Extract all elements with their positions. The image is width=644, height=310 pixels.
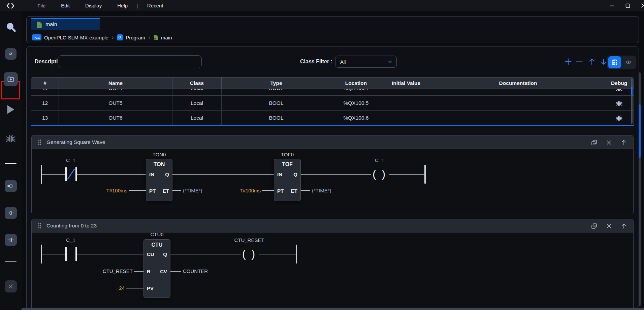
pin-pt[interactable]: PT (277, 188, 284, 194)
ton-block[interactable]: TON INQ PTET (146, 159, 172, 201)
close-rung-icon[interactable] (605, 138, 613, 147)
col-num[interactable]: # (31, 78, 59, 89)
function-block-tool-icon[interactable] (5, 180, 17, 192)
pin-cu[interactable]: CU (147, 251, 154, 258)
cell-initial (381, 89, 431, 96)
scrollbar-thumb[interactable] (639, 104, 641, 158)
menu-help[interactable]: Help (109, 3, 135, 8)
breadcrumb-project[interactable]: OpenPLC-SLM-MX-example (44, 35, 108, 40)
ctu-block[interactable]: CTU CUQ RCV PV (143, 239, 170, 298)
run-icon[interactable] (7, 105, 14, 114)
cell-num: 12 (31, 96, 59, 111)
wire (262, 190, 274, 191)
table-row[interactable]: 11 OUT4 Local BOOL %QX100.4 (31, 89, 634, 96)
pin-r[interactable]: R (147, 268, 151, 275)
pin-in[interactable]: IN (277, 171, 282, 178)
pv-literal[interactable]: 24 (104, 285, 125, 291)
rung-header[interactable]: Counting from 0 to 23 (32, 219, 633, 232)
cv-output-variable[interactable]: COUNTER (183, 268, 223, 275)
ld-file-icon: LD (36, 21, 42, 28)
coil[interactable]: ( ) (371, 166, 388, 181)
description-input[interactable] (58, 55, 202, 68)
search-icon[interactable] (5, 22, 16, 32)
col-location[interactable]: Location (331, 78, 381, 89)
download-program-icon[interactable] (4, 72, 18, 86)
pin-pt[interactable]: PT (149, 188, 156, 194)
debug-bug-icon[interactable] (605, 89, 633, 96)
breadcrumb-program[interactable]: Program (126, 35, 145, 40)
contact-bar[interactable] (65, 247, 67, 261)
cell-name: OUT6 (59, 111, 172, 125)
menu-recent[interactable]: Recent (139, 3, 171, 8)
remove-variable-icon[interactable] (575, 57, 584, 66)
maximize-icon[interactable] (624, 2, 631, 9)
duplicate-rung-icon[interactable] (590, 222, 598, 230)
pin-q[interactable]: Q (293, 171, 297, 178)
debug-bug-icon[interactable] (605, 96, 633, 111)
move-rung-up-icon[interactable] (620, 138, 628, 147)
move-rung-up-icon[interactable] (620, 222, 628, 230)
close-rung-icon[interactable] (605, 222, 613, 230)
class-filter-select[interactable]: All (335, 56, 397, 68)
bottom-scrollbar[interactable] (22, 308, 644, 310)
pt-literal[interactable]: T#100ms (77, 187, 127, 194)
debug-icon[interactable] (5, 132, 17, 144)
menu-display[interactable]: Display (77, 3, 109, 8)
rung-title: Counting from 0 to 23 (46, 223, 97, 229)
rung-header[interactable]: Generating Square Wave (32, 135, 633, 149)
wire (129, 190, 146, 191)
ladder-canvas[interactable]: C_1 CTU0 CTU CUQ RCV PV CTU_RESET 24 COU… (32, 232, 633, 308)
table-view-button[interactable] (608, 56, 621, 68)
col-class[interactable]: Class (172, 78, 222, 89)
pin-q[interactable]: Q (165, 171, 169, 178)
tof-block[interactable]: TOF INQ PTET (274, 159, 301, 201)
table-body-viewport[interactable]: 11 OUT4 Local BOOL %QX100.4 12 OUT5 Loca… (31, 89, 634, 125)
et-comment[interactable]: (*TIME*) (312, 187, 346, 194)
pin-q[interactable]: Q (163, 251, 167, 258)
col-type[interactable]: Type (222, 78, 331, 89)
contact-negation-slash (67, 168, 75, 180)
table-vertical-scrollbar[interactable] (631, 79, 633, 124)
duplicate-rung-icon[interactable] (590, 138, 598, 147)
drag-handle-icon[interactable] (38, 223, 42, 229)
table-row[interactable]: 12 OUT5 Local BOOL %QX100.5 (31, 96, 634, 111)
move-up-icon[interactable] (587, 57, 596, 66)
left-toolbar (0, 11, 22, 310)
rung-counter[interactable]: Counting from 0 to 23 C_1 (31, 219, 634, 308)
drag-handle-icon[interactable] (38, 139, 42, 145)
code-view-button[interactable] (623, 57, 634, 67)
minimize-icon[interactable] (609, 2, 616, 9)
col-name[interactable]: Name (59, 78, 172, 89)
scrollbar-thumb[interactable] (631, 87, 633, 95)
col-initial-value[interactable]: Initial Value (381, 78, 431, 89)
contact-tool-icon[interactable] (5, 234, 17, 246)
table-horizontal-scrollbar[interactable] (31, 125, 634, 126)
add-variable-icon[interactable] (564, 57, 573, 66)
col-debug[interactable]: Debug (605, 78, 633, 89)
coil-tool-icon[interactable] (5, 207, 17, 219)
menu-edit[interactable]: Edit (53, 3, 77, 8)
rung-square-wave[interactable]: Generating Square Wave C_1 (31, 135, 634, 214)
pt-literal[interactable]: T#100ms (210, 187, 261, 194)
pin-et[interactable]: ET (163, 188, 169, 194)
breadcrumb-file[interactable]: main (161, 35, 172, 40)
coil[interactable]: ( ) (240, 246, 258, 261)
debug-bug-icon[interactable] (605, 111, 633, 125)
ladder-canvas[interactable]: C_1 TON0 TON INQ PTET T#100ms (*TIME*) (32, 149, 633, 214)
delete-tool-icon[interactable] (5, 280, 17, 292)
close-window-icon[interactable] (640, 2, 644, 9)
wire (170, 254, 240, 254)
pin-pv[interactable]: PV (147, 285, 154, 292)
expand-icon[interactable] (5, 48, 17, 60)
contact-bar[interactable] (65, 167, 67, 181)
pin-et[interactable]: ET (291, 188, 297, 194)
menu-file[interactable]: File (30, 3, 53, 8)
table-row[interactable]: 13 OUT6 Local BOOL %QX100.6 (31, 111, 634, 125)
tab-main[interactable]: LD main (31, 18, 100, 30)
pin-in[interactable]: IN (149, 171, 154, 178)
pin-cv[interactable]: CV (160, 268, 167, 275)
r-input-variable[interactable]: CTU_RESET (82, 268, 133, 275)
col-documentation[interactable]: Documentation (431, 78, 605, 89)
wire (301, 174, 371, 175)
main-vertical-scrollbar[interactable] (639, 72, 641, 306)
